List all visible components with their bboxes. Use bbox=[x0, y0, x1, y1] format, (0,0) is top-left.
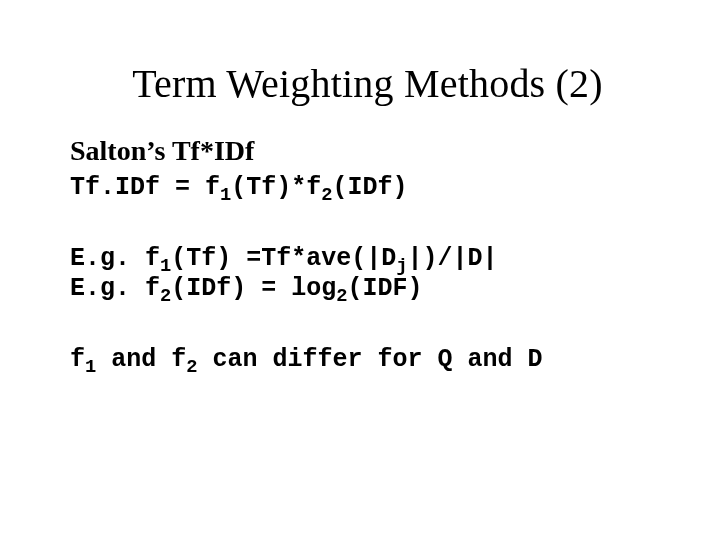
subscript-1: 1 bbox=[85, 356, 96, 378]
formula-text: f bbox=[70, 345, 85, 374]
formula-text: |)/|D| bbox=[408, 244, 498, 273]
formula-text: (Tf) =Tf*ave(|D bbox=[171, 244, 396, 273]
subscript-1: 1 bbox=[220, 184, 231, 206]
example-line-1: E.g. f1(Tf) =Tf*ave(|Dj|)/|D| bbox=[70, 244, 665, 275]
subscript-log2: 2 bbox=[336, 285, 347, 307]
slide: Term Weighting Methods (2) Salton’s Tf*I… bbox=[0, 0, 720, 540]
slide-title: Term Weighting Methods (2) bbox=[70, 60, 665, 107]
closing-note: f1 and f2 can differ for Q and D bbox=[70, 345, 665, 376]
formula-text: (Tf)*f bbox=[231, 173, 321, 202]
formula-text: (IDf) = log bbox=[171, 274, 336, 303]
formula-text: (IDf) bbox=[333, 173, 408, 202]
formula-text: E.g. f bbox=[70, 274, 160, 303]
section-heading: Salton’s Tf*IDf bbox=[70, 135, 665, 167]
formula-text: E.g. f bbox=[70, 244, 160, 273]
subscript-2: 2 bbox=[160, 285, 171, 307]
formula-text: Tf.IDf = f bbox=[70, 173, 220, 202]
formula-text: can differ for Q and D bbox=[198, 345, 543, 374]
formula-text: (IDF) bbox=[348, 274, 423, 303]
example-line-2: E.g. f2(IDf) = log2(IDF) bbox=[70, 274, 665, 305]
formula-main: Tf.IDf = f1(Tf)*f2(IDf) bbox=[70, 173, 665, 204]
subscript-2: 2 bbox=[321, 184, 332, 206]
subscript-2: 2 bbox=[186, 356, 197, 378]
formula-text: and f bbox=[96, 345, 186, 374]
